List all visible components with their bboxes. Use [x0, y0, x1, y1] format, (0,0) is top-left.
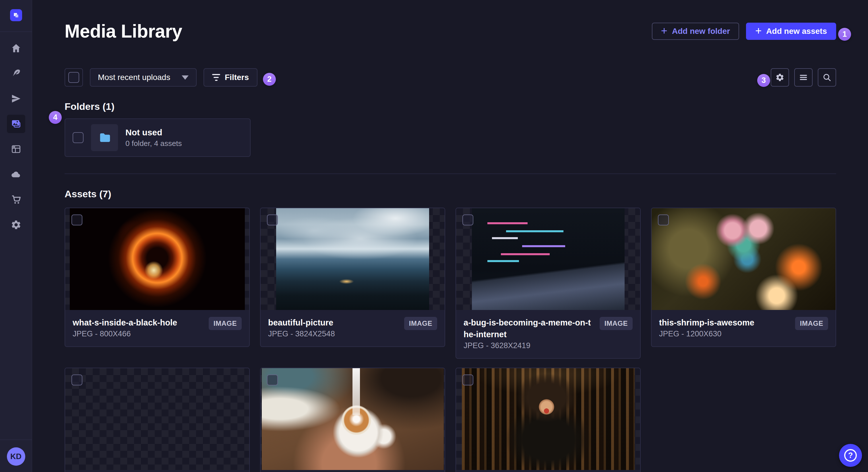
asset-type-badge: IMAGE — [600, 317, 632, 330]
asset-title: beautiful-picture — [268, 317, 400, 329]
asset-card[interactable]: coffee-art JPEG - 5824X3259 IMAGE — [260, 368, 445, 472]
asset-image-latte-art — [262, 368, 444, 470]
question-mark-icon: ? — [844, 449, 857, 462]
asset-title: this-shrimp-is-awesome — [659, 317, 790, 329]
add-new-folder-button[interactable]: + Add new folder — [652, 23, 739, 40]
strapi-logo[interactable] — [10, 9, 22, 21]
sidebar-item-content-type-builder[interactable] — [7, 140, 25, 158]
folder-name: Not used — [125, 128, 182, 137]
asset-checkbox[interactable] — [267, 214, 278, 225]
assets-heading: Assets (7) — [65, 189, 836, 200]
asset-meta: JPEG - 800X466 — [73, 330, 204, 338]
sidebar-divider — [0, 32, 32, 32]
sidebar-nav — [7, 39, 25, 234]
view-options — [771, 68, 836, 87]
page-title: Media Library — [65, 21, 182, 42]
plus-icon: + — [755, 25, 762, 36]
asset-title: a-bug-is-becoming-a-meme-on-the-internet — [464, 317, 595, 340]
sidebar-item-releases[interactable] — [7, 90, 25, 108]
folder-meta: 0 folder, 4 assets — [125, 139, 182, 148]
feather-icon — [11, 68, 22, 79]
folder-icon — [98, 131, 111, 144]
asset-image-mantis-shrimp — [652, 208, 836, 310]
home-icon — [11, 43, 22, 54]
asset-caption: what-s-inside-a-black-hole JPEG - 800X46… — [65, 310, 249, 346]
asset-title: what-s-inside-a-black-hole — [73, 317, 204, 329]
asset-thumbnail — [65, 208, 249, 310]
tour-badge-3: 3 — [757, 74, 770, 87]
sidebar-item-home[interactable] — [7, 39, 25, 57]
sidebar-footer: KD — [0, 440, 32, 472]
asset-card[interactable]: what-s-inside-a-black-hole JPEG - 800X46… — [65, 208, 250, 347]
folder-card[interactable]: Not used 0 folder, 4 assets — [65, 119, 251, 157]
asset-thumbnail — [65, 368, 249, 470]
gear-icon — [11, 220, 22, 230]
asset-card[interactable]: a-bug-is-becoming-a-meme-on-the-internet… — [456, 208, 641, 359]
caret-down-icon — [182, 75, 189, 80]
sidebar-item-media-library[interactable] — [7, 115, 25, 133]
sidebar-item-marketplace[interactable] — [7, 191, 25, 209]
sidebar-item-settings[interactable] — [7, 216, 25, 234]
media-library-icon — [11, 119, 22, 129]
asset-checkbox[interactable] — [462, 374, 473, 385]
header-actions: + Add new folder + Add new assets — [652, 23, 836, 40]
asset-caption: this-shrimp-is-awesome JPEG - 1200X630 I… — [652, 310, 836, 346]
folders-heading: Folders (1) — [65, 101, 836, 112]
asset-meta: JPEG - 1200X630 — [659, 330, 790, 338]
search-button[interactable] — [818, 68, 836, 87]
list-view-button[interactable] — [794, 68, 813, 87]
asset-checkbox[interactable] — [71, 214, 82, 225]
add-new-folder-label: Add new folder — [672, 27, 730, 36]
asset-checkbox[interactable] — [267, 374, 278, 385]
asset-card[interactable]: this-shrimp-is-awesome JPEG - 1200X630 I… — [651, 208, 836, 347]
page-header: Media Library + Add new folder + Add new… — [65, 21, 836, 42]
list-icon — [799, 73, 808, 82]
app-root: KD Media Library + Add new folder + Add … — [0, 0, 868, 472]
asset-caption: beautiful-picture JPEG - 3824X2548 IMAGE — [260, 310, 445, 346]
tour-badge-1: 1 — [838, 28, 851, 41]
filters-button[interactable]: Filters — [204, 68, 257, 87]
add-new-assets-label: Add new assets — [766, 27, 827, 36]
section-divider — [65, 173, 836, 174]
asset-image-black-hole — [70, 208, 245, 310]
asset-checkbox[interactable] — [658, 214, 669, 225]
sort-dropdown[interactable]: Most recent uploads — [90, 68, 197, 87]
gear-icon — [775, 73, 784, 82]
asset-thumbnail — [260, 368, 445, 470]
asset-caption: coffee-beans JPEG - 5021X3347 IMAGE — [65, 470, 249, 472]
sidebar: KD — [0, 0, 32, 472]
asset-card[interactable]: coffee-beans JPEG - 5021X3347 IMAGE — [65, 368, 250, 472]
asset-type-badge: IMAGE — [209, 317, 242, 330]
folder-checkbox[interactable] — [73, 132, 84, 143]
asset-image-boy-in-library — [462, 368, 634, 470]
asset-type-badge: IMAGE — [795, 317, 828, 330]
cart-icon — [11, 194, 22, 205]
filter-icon — [212, 74, 220, 81]
help-button[interactable]: ? — [839, 444, 862, 467]
asset-checkbox[interactable] — [462, 214, 473, 225]
folder-info: Not used 0 folder, 4 assets — [125, 128, 182, 148]
asset-thumbnail — [652, 208, 836, 310]
asset-grid: what-s-inside-a-black-hole JPEG - 800X46… — [65, 208, 836, 472]
search-icon — [823, 73, 832, 82]
asset-thumbnail — [260, 208, 445, 310]
paper-plane-icon — [11, 93, 22, 104]
asset-image-mountains — [276, 208, 429, 310]
asset-meta: JPEG - 3824X2548 — [268, 330, 400, 338]
add-new-assets-button[interactable]: + Add new assets — [746, 23, 836, 40]
asset-checkbox[interactable] — [71, 374, 82, 385]
sort-dropdown-value: Most recent uploads — [98, 73, 170, 82]
select-all-checkbox[interactable] — [68, 72, 79, 83]
user-avatar[interactable]: KD — [7, 447, 25, 466]
asset-caption: coffee-art JPEG - 5824X3259 IMAGE — [260, 470, 445, 472]
asset-card[interactable]: the-internet-s-own-boy JPEG - 1200X707 I… — [456, 368, 641, 472]
grid-settings-button[interactable] — [771, 68, 789, 87]
plus-icon: + — [661, 25, 668, 36]
asset-caption: a-bug-is-becoming-a-meme-on-the-internet… — [456, 310, 640, 358]
tour-badge-2: 2 — [263, 73, 276, 86]
sidebar-item-content-manager[interactable] — [7, 64, 25, 82]
sidebar-item-cloud[interactable] — [7, 165, 25, 183]
asset-card[interactable]: beautiful-picture JPEG - 3824X2548 IMAGE — [260, 208, 445, 347]
layout-icon — [11, 144, 22, 155]
asset-image-coffee-beans — [81, 368, 234, 470]
